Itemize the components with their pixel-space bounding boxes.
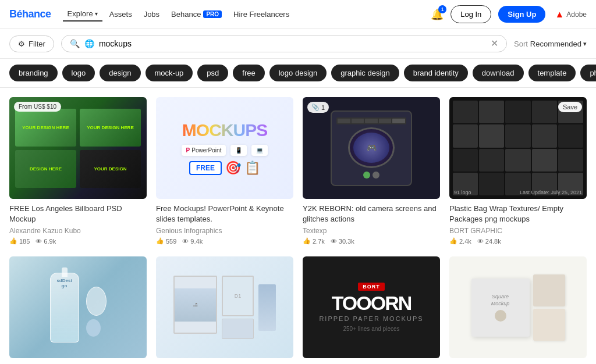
search-input[interactable] — [99, 39, 486, 48]
card-3-stats: 👍 2.7k 👁 30.3k — [303, 237, 440, 245]
card-5-image: sdDesign — [9, 256, 147, 358]
card-2-likes: 👍 559 — [156, 237, 176, 245]
card-4-likes: 👍 2.4k — [449, 237, 471, 245]
sort-chevron-icon: ▾ — [583, 40, 587, 48]
clear-search-button[interactable]: ✕ — [491, 39, 498, 48]
search-bar-area: ⚙ Filter 🔍 🌐 ✕ Sort Recommended ▾ — [0, 29, 596, 59]
tag-graphic-design[interactable]: graphic design — [331, 65, 399, 81]
card-2-footer: Free Mockups! PowerPoint & Keynote slide… — [156, 199, 293, 247]
search-language-icon: 🌐 — [84, 39, 94, 48]
card-1-image: YOUR DESIGN HERE YOUR DESIGN HERE DESIGN… — [9, 97, 147, 199]
nav-behance-pro[interactable]: Behance PRO — [166, 8, 226, 21]
signup-button[interactable]: Sign Up — [498, 6, 545, 23]
header: Béhance Explore ▾ Assets Jobs Behance PR… — [0, 0, 596, 29]
card-4[interactable]: Save 91 logo Last Update: July 25, 2021 … — [449, 97, 587, 247]
card-6-image: 🏖 D1 — [156, 256, 293, 358]
card-1-footer: FREE Los Angeles Billboard PSD Mockup Al… — [9, 199, 147, 247]
sort-area: Sort Recommended ▾ — [514, 40, 587, 48]
tag-photoshop[interactable]: photoshop — [580, 65, 596, 81]
card-5[interactable]: sdDesign Pump Bottle Mockups Hello Digi … — [9, 256, 147, 364]
nav-explore[interactable]: Explore ▾ — [63, 7, 102, 22]
pro-badge: PRO — [203, 10, 222, 18]
card-7-footer: "TOOORN" - Torn and Ripped Paper Mockups… — [303, 358, 440, 364]
nav-assets[interactable]: Assets — [105, 8, 137, 21]
card-1-title: FREE Los Angeles Billboard PSD Mockup — [9, 204, 147, 224]
login-button[interactable]: Log In — [450, 5, 491, 23]
card-3[interactable]: 🎮 📎1 Y2K REBORN: old camera screens and … — [303, 97, 440, 247]
tag-template[interactable]: template — [528, 65, 576, 81]
sort-select[interactable]: Recommended ▾ — [530, 40, 587, 48]
nav-jobs[interactable]: Jobs — [139, 8, 164, 21]
card-8-footer: Square Brochure Mockup Laura Clark 👍 196… — [449, 358, 587, 364]
card-3-image-count: 📎1 — [307, 102, 329, 113]
card-1-author: Alexandre Kazuo Kubo — [9, 227, 147, 235]
card-7-image: BORT TOOORN RIPPED PAPER MOCKUPS 250+ li… — [303, 256, 440, 358]
tag-design[interactable]: design — [100, 65, 140, 81]
card-4-save-button[interactable]: Save — [558, 102, 582, 112]
card-4-title: Plastic Bag Wrap Textures/ Empty Package… — [449, 204, 587, 224]
card-2-views: 👁 9.4k — [182, 238, 203, 245]
tag-brand-identity[interactable]: brand identity — [404, 65, 468, 81]
card-3-author: Textexp — [303, 227, 440, 235]
card-5-footer: Pump Bottle Mockups Hello Digi 👍 230 👁 2… — [9, 358, 147, 364]
card-3-title: Y2K REBORN: old camera screens and glitc… — [303, 204, 440, 224]
tag-psd[interactable]: psd — [197, 65, 228, 81]
tag-download[interactable]: download — [473, 65, 524, 81]
card-1[interactable]: YOUR DESIGN HERE YOUR DESIGN HERE DESIGN… — [9, 97, 147, 247]
notification-badge: 1 — [438, 5, 446, 13]
card-6[interactable]: 🏖 D1 Poster and frame mockup Margaret Mo… — [156, 256, 293, 364]
tag-mock-up[interactable]: mock-up — [146, 65, 193, 81]
price-badge: From US$ $10 — [14, 102, 61, 112]
card-4-footer: Plastic Bag Wrap Textures/ Empty Package… — [449, 199, 587, 247]
filter-button[interactable]: ⚙ Filter — [9, 35, 54, 52]
card-4-date: Last Update: July 25, 2021 — [520, 190, 582, 195]
tag-branding[interactable]: branding — [9, 65, 58, 81]
nav-hire-freelancers[interactable]: Hire Freelancers — [229, 8, 294, 21]
card-8-image: SquareMockup — [449, 256, 587, 358]
card-4-stats: 👍 2.4k 👁 24.8k — [449, 237, 587, 245]
sort-label: Sort — [514, 40, 528, 48]
tags-row: branding logo design mock-up psd free lo… — [0, 59, 596, 88]
card-2[interactable]: MOCKUPS P PowerPoint 📱 💻 FREE 🎯 📋 Free M… — [156, 97, 293, 247]
card-2-stats: 👍 559 👁 9.4k — [156, 237, 293, 245]
adobe-logo: ▲ Adobe — [555, 9, 587, 20]
card-1-views: 👁 6.9k — [36, 238, 56, 245]
search-icon: 🔍 — [70, 39, 80, 48]
chevron-down-icon: ▾ — [95, 10, 98, 17]
logo[interactable]: Béhance — [9, 8, 51, 20]
cards-grid: YOUR DESIGN HERE YOUR DESIGN HERE DESIGN… — [0, 88, 596, 364]
card-7[interactable]: BORT TOOORN RIPPED PAPER MOCKUPS 250+ li… — [303, 256, 440, 364]
card-8[interactable]: SquareMockup Square Brochure Mockup Laur… — [449, 256, 587, 364]
card-2-image: MOCKUPS P PowerPoint 📱 💻 FREE 🎯 📋 — [156, 97, 293, 199]
main-nav: Explore ▾ Assets Jobs Behance PRO Hire F… — [63, 7, 295, 22]
card-1-likes: 👍 185 — [9, 237, 30, 245]
tag-logo[interactable]: logo — [62, 65, 95, 81]
card-4-views: 👁 24.8k — [477, 238, 501, 245]
tag-logo-design[interactable]: logo design — [269, 65, 327, 81]
card-4-image: Save 91 logo Last Update: July 25, 2021 — [449, 97, 587, 199]
card-3-image: 🎮 📎1 — [303, 97, 440, 199]
card-3-footer: Y2K REBORN: old camera screens and glitc… — [303, 199, 440, 247]
adobe-icon: ▲ — [555, 9, 564, 20]
header-right: 🔔 1 Log In Sign Up ▲ Adobe — [431, 5, 587, 23]
notifications-bell[interactable]: 🔔 1 — [431, 8, 444, 21]
tag-free[interactable]: free — [233, 65, 264, 81]
card-2-title: Free Mockups! PowerPoint & Keynote slide… — [156, 204, 293, 224]
card-3-likes: 👍 2.7k — [303, 237, 325, 245]
card-2-author: Genious Infographics — [156, 227, 293, 235]
card-1-stats: 👍 185 👁 6.9k — [9, 237, 147, 245]
filter-icon: ⚙ — [18, 40, 25, 48]
search-box: 🔍 🌐 ✕ — [61, 35, 507, 52]
card-4-author: BORT GRAPHIC — [449, 227, 587, 235]
card-3-views: 👁 30.3k — [331, 238, 354, 245]
card-6-footer: Poster and frame mockup Margaret Moore 👍… — [156, 358, 293, 364]
card-4-badge: 91 logo — [454, 190, 471, 195]
